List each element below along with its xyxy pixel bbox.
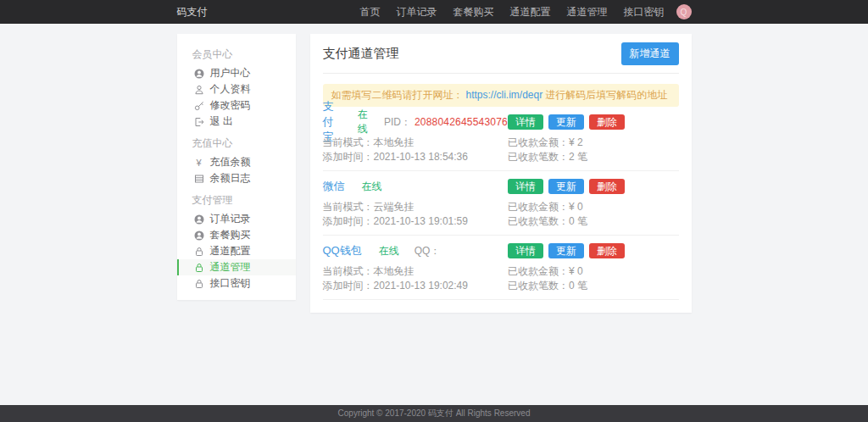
channel-actions: 详情 更新 删除 已收款金额：¥ 0 已收款笔数：0 笔 <box>508 179 679 227</box>
status-badge: 在线 <box>379 244 399 258</box>
list-icon <box>194 174 204 184</box>
action-buttons: 详情 更新 删除 <box>508 179 679 194</box>
qr-decode-notice: 如需填写二维码请打开网址：https://cli.im/deqr进行解码后填写解… <box>323 84 679 107</box>
detail-button[interactable]: 详情 <box>508 243 543 258</box>
sidebar-section-payment-manage: 支付管理 <box>177 186 296 211</box>
lock-icon <box>194 263 204 273</box>
amount-label: 已收款金额： <box>508 136 569 148</box>
sidebar-item-label: 退 出 <box>210 116 233 127</box>
action-buttons: 详情 更新 删除 <box>508 114 679 130</box>
channel-actions: 详情 更新 删除 已收款金额：¥ 0 已收款笔数：0 笔 <box>508 243 679 292</box>
mode-value: 本地免挂 <box>374 136 415 148</box>
nav-item-order-records[interactable]: 订单记录 <box>397 5 437 19</box>
channel-row-wechat: 微信 在线 当前模式：云端免挂 添加时间：2021-10-13 19:01:59… <box>323 171 679 236</box>
user-circle-icon <box>194 230 204 241</box>
lock-icon <box>194 247 204 257</box>
channel-name-link[interactable]: QQ钱包 <box>323 243 362 258</box>
channel-info: 支付宝 在线 PID： 2088042645543076 当前模式：本地免挂 添… <box>323 114 508 163</box>
sidebar-item-balance-log[interactable]: 余额日志 <box>177 170 296 186</box>
sidebar: 会员中心 用户中心 个人资料 修改密码 <box>177 34 296 300</box>
nav-item-home[interactable]: 首页 <box>360 5 381 19</box>
sidebar-item-user-center[interactable]: 用户中心 <box>177 65 296 81</box>
sidebar-item-profile[interactable]: 个人资料 <box>177 81 296 97</box>
sidebar-item-recharge-balance[interactable]: ¥ 充值余额 <box>177 154 296 170</box>
lock-icon <box>194 279 204 289</box>
notice-text-suffix: 进行解码后填写解码的地址 <box>545 89 667 101</box>
sidebar-item-channel-manage[interactable]: 通道管理 <box>177 259 296 275</box>
status-badge: 在线 <box>362 180 382 194</box>
channel-added-time: 添加时间：2021-10-13 19:02:49 <box>323 280 508 292</box>
sidebar-item-label: 接口密钥 <box>210 278 251 289</box>
count-value: 2 笔 <box>569 151 587 163</box>
notice-text-prefix: 如需填写二维码请打开网址： <box>331 89 464 101</box>
sidebar-item-label: 个人资料 <box>210 84 251 95</box>
channel-added-time: 添加时间：2021-10-13 18:54:36 <box>323 151 508 163</box>
brand-logo[interactable]: 码支付 <box>177 5 208 19</box>
sidebar-section-recharge-center: 充值中心 <box>177 130 296 154</box>
count-value: 0 笔 <box>569 280 587 292</box>
count-label: 已收款笔数： <box>508 151 569 163</box>
sidebar-item-label: 通道配置 <box>210 246 251 257</box>
delete-button[interactable]: 删除 <box>589 179 625 194</box>
sidebar-item-order-records[interactable]: 订单记录 <box>177 211 296 227</box>
page-footer: Copyright © 2017-2020 码支付 All Rights Res… <box>0 405 868 422</box>
received-count: 已收款笔数：0 笔 <box>508 280 679 292</box>
action-buttons: 详情 更新 删除 <box>508 243 679 258</box>
mode-value: 云端免挂 <box>374 201 415 213</box>
received-amount: 已收款金额：¥ 0 <box>508 201 679 213</box>
sidebar-item-channel-config[interactable]: 通道配置 <box>177 243 296 259</box>
nav-item-api-key[interactable]: 接口密钥 <box>624 5 665 19</box>
user-avatar[interactable]: Q <box>676 4 692 19</box>
delete-button[interactable]: 删除 <box>589 114 625 130</box>
delete-button[interactable]: 删除 <box>589 243 625 258</box>
channel-headline: 支付宝 在线 PID： 2088042645543076 <box>323 114 508 130</box>
count-value: 0 笔 <box>569 215 587 227</box>
detail-button[interactable]: 详情 <box>508 179 543 194</box>
mode-label: 当前模式： <box>323 265 374 277</box>
update-button[interactable]: 更新 <box>548 243 584 258</box>
key-icon <box>194 101 204 111</box>
status-badge: 在线 <box>358 108 369 136</box>
received-count: 已收款笔数：0 笔 <box>508 215 679 227</box>
channel-id-label: PID： <box>384 115 411 130</box>
sidebar-item-label: 用户中心 <box>210 68 251 79</box>
channel-actions: 详情 更新 删除 已收款金额：¥ 2 已收款笔数：2 笔 <box>508 114 679 163</box>
sidebar-item-label: 通道管理 <box>210 262 251 273</box>
count-label: 已收款笔数： <box>508 280 569 292</box>
nav-item-channel-config[interactable]: 通道配置 <box>510 5 551 19</box>
channel-info: 微信 在线 当前模式：云端免挂 添加时间：2021-10-13 19:01:59 <box>323 179 508 227</box>
update-button[interactable]: 更新 <box>548 114 584 130</box>
page-title: 支付通道管理 <box>323 46 399 62</box>
detail-button[interactable]: 详情 <box>508 114 543 130</box>
sidebar-item-change-password[interactable]: 修改密码 <box>177 97 296 114</box>
sidebar-section-member-center: 会员中心 <box>177 41 296 65</box>
time-label: 添加时间： <box>323 280 374 292</box>
channel-row-alipay: 支付宝 在线 PID： 2088042645543076 当前模式：本地免挂 添… <box>323 107 679 171</box>
nav-item-package-purchase[interactable]: 套餐购买 <box>453 5 494 19</box>
update-button[interactable]: 更新 <box>548 179 584 194</box>
navbar-inner: 码支付 首页 订单记录 套餐购买 通道配置 通道管理 接口密钥 Q <box>177 0 692 24</box>
sidebar-item-api-key[interactable]: 接口密钥 <box>177 275 296 292</box>
sidebar-item-package-purchase[interactable]: 套餐购买 <box>177 227 296 243</box>
sidebar-item-label: 充值余额 <box>210 157 251 168</box>
decode-url-link[interactable]: https://cli.im/deqr <box>466 89 543 101</box>
time-label: 添加时间： <box>323 151 374 163</box>
channel-row-qq-wallet: QQ钱包 在线 QQ： 当前模式：本地免挂 添加时间：2021-10-13 19… <box>323 236 679 300</box>
yen-icon: ¥ <box>194 158 204 168</box>
content-area: 会员中心 用户中心 个人资料 修改密码 <box>177 24 692 405</box>
channel-mode: 当前模式：本地免挂 <box>323 265 508 277</box>
nav-item-channel-manage[interactable]: 通道管理 <box>567 5 608 19</box>
sidebar-item-logout[interactable]: 退 出 <box>177 114 296 130</box>
channel-mode: 当前模式：云端免挂 <box>323 201 508 213</box>
copyright-text: Copyright © 2017-2020 码支付 All Rights Res… <box>338 408 531 419</box>
sidebar-item-label: 订单记录 <box>210 214 251 225</box>
time-value: 2021-10-13 19:02:49 <box>374 280 468 292</box>
page: 码支付 首页 订单记录 套餐购买 通道配置 通道管理 接口密钥 Q 会员中心 用… <box>0 0 868 422</box>
amount-label: 已收款金额： <box>508 201 569 213</box>
time-value: 2021-10-13 19:01:59 <box>374 215 468 227</box>
add-channel-button[interactable]: 新增通道 <box>621 42 679 65</box>
top-navbar: 码支付 首页 订单记录 套餐购买 通道配置 通道管理 接口密钥 Q <box>0 0 868 24</box>
channel-name-link[interactable]: 微信 <box>323 179 345 194</box>
person-icon <box>194 85 204 95</box>
panel-header: 支付通道管理 新增通道 <box>323 42 679 74</box>
